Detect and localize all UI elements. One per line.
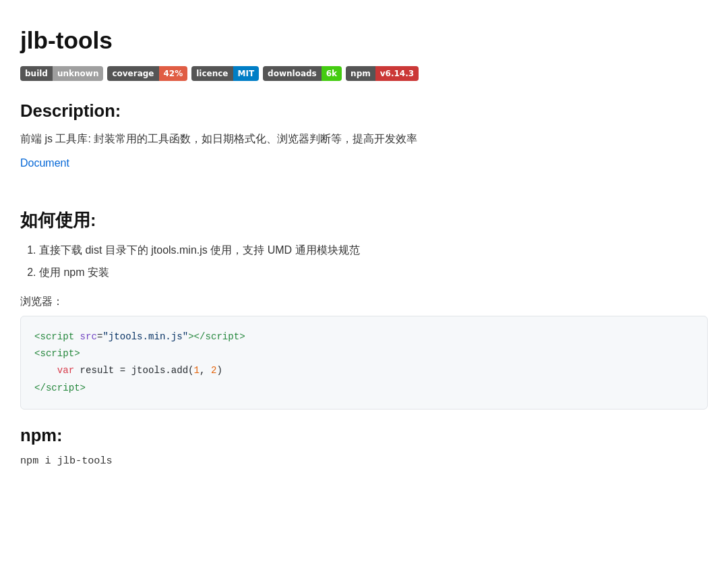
coverage-badge: coverage 42% [107,66,187,81]
code-line-1: <script src="jtools.min.js"></script> [34,329,694,345]
code-line-4: </script> [34,380,694,397]
how-to-list: 直接下载 dist 目录下的 jtools.min.js 使用，支持 UMD 通… [39,242,708,281]
build-badge: build unknown [20,66,103,81]
page-title: jlb-tools [20,27,708,54]
build-badge-value: unknown [53,66,103,81]
description-heading: Description: [20,101,708,121]
list-item: 使用 npm 安装 [39,264,708,281]
code-line-2: <script> [34,345,694,362]
coverage-badge-value: 42% [159,66,188,81]
npm-section: npm: npm i jlb-tools [20,426,708,467]
downloads-badge-label: downloads [263,66,322,81]
browser-code-block: <script src="jtools.min.js"></script> <s… [20,316,708,410]
licence-badge-label: licence [191,66,233,81]
licence-badge-value: MIT [233,66,260,81]
coverage-badge-label: coverage [107,66,158,81]
npm-badge: npm v6.14.3 [346,66,419,81]
document-link[interactable]: Document [20,157,69,169]
badges-container: build unknown coverage 42% licence MIT d… [20,66,708,81]
licence-badge: licence MIT [191,66,259,81]
how-to-section: 如何使用: 直接下载 dist 目录下的 jtools.min.js 使用，支持… [20,208,708,281]
list-item: 直接下载 dist 目录下的 jtools.min.js 使用，支持 UMD 通… [39,242,708,259]
npm-install-code: npm i jlb-tools [20,455,708,467]
description-text: 前端 js 工具库: 封装常用的工具函数，如日期格式化、浏览器判断等，提高开发效… [20,130,708,148]
build-badge-label: build [20,66,53,81]
npm-badge-value: v6.14.3 [375,66,419,81]
how-to-heading: 如何使用: [20,208,708,232]
npm-heading: npm: [20,426,708,445]
downloads-badge: downloads 6k [263,66,342,81]
browser-label: 浏览器： [20,295,708,309]
downloads-badge-value: 6k [322,66,342,81]
npm-badge-label: npm [346,66,375,81]
code-line-3: var result = jtools.add(1, 2) [34,362,694,379]
